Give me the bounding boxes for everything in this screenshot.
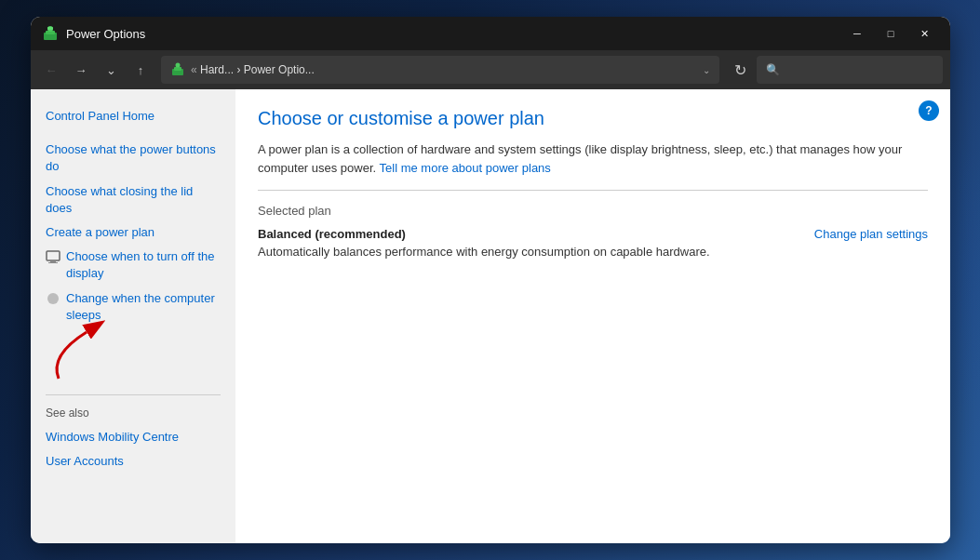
svg-rect-7 — [47, 251, 60, 260]
address-chevron-icon: ⌄ — [703, 65, 710, 75]
arrow-annotation — [40, 318, 124, 383]
page-title: Choose or customise a power plan — [258, 108, 928, 129]
svg-rect-8 — [50, 260, 56, 262]
close-button[interactable]: ✕ — [909, 22, 939, 45]
app-icon — [42, 25, 59, 42]
change-plan-settings-link[interactable]: Change plan settings — [814, 227, 928, 241]
address-path: « Hard... › Power Optio... — [191, 63, 697, 76]
refresh-button[interactable]: ↻ — [727, 57, 753, 83]
sidebar-item-user-accounts[interactable]: User Accounts — [31, 449, 235, 473]
main-panel: ? Choose or customise a power plan A pow… — [235, 89, 950, 543]
search-icon: 🔍 — [766, 63, 780, 76]
sidebar-item-turn-off-display[interactable]: Choose when to turn off the display — [31, 245, 235, 286]
search-box[interactable]: 🔍 — [757, 56, 943, 84]
svg-rect-9 — [48, 262, 58, 263]
plan-row: Balanced (recommended) Automatically bal… — [258, 227, 928, 259]
sidebar-item-closing-lid[interactable]: Choose what closing the lid does — [31, 180, 235, 220]
back-button[interactable]: ← — [38, 57, 64, 83]
window-controls: ─ □ ✕ — [842, 22, 939, 45]
address-icon — [170, 62, 185, 77]
sidebar-item-power-buttons[interactable]: Choose what the power buttons do — [31, 138, 235, 179]
sidebar-divider — [46, 394, 221, 395]
sidebar-item-create-plan[interactable]: Create a power plan — [31, 220, 235, 245]
forward-button[interactable]: → — [68, 57, 94, 83]
titlebar: Power Options ─ □ ✕ — [31, 17, 950, 50]
plan-info: Balanced (recommended) Automatically bal… — [258, 227, 710, 259]
svg-rect-3 — [47, 27, 53, 30]
selected-plan-label: Selected plan — [258, 204, 928, 218]
content-area: Control Panel Home Choose what the power… — [31, 89, 950, 543]
svg-point-6 — [176, 63, 181, 68]
maximize-button[interactable]: □ — [876, 22, 906, 45]
address-bar-box[interactable]: « Hard... › Power Optio... ⌄ — [161, 56, 719, 84]
main-divider — [258, 190, 928, 191]
help-button[interactable]: ? — [919, 100, 939, 121]
svg-point-10 — [47, 293, 59, 304]
window-title: Power Options — [66, 27, 842, 41]
plan-description: Automatically balances performance with … — [258, 245, 710, 259]
main-description: A power plan is a collection of hardware… — [258, 140, 928, 177]
learn-more-link[interactable]: Tell me more about power plans — [380, 161, 551, 175]
display-icon — [46, 249, 60, 264]
sleep-icon — [46, 291, 60, 306]
sidebar-item-mobility-centre[interactable]: Windows Mobility Centre — [31, 425, 235, 449]
svg-rect-5 — [174, 67, 181, 71]
sidebar: Control Panel Home Choose what the power… — [31, 89, 235, 543]
see-also-label: See also — [31, 407, 235, 425]
plan-name: Balanced (recommended) — [258, 227, 710, 241]
sidebar-item-home[interactable]: Control Panel Home — [31, 104, 235, 128]
minimize-button[interactable]: ─ — [842, 22, 872, 45]
recent-locations-button[interactable]: ⌄ — [98, 57, 124, 83]
up-button[interactable]: ↑ — [128, 57, 154, 83]
addressbar: ← → ⌄ ↑ « Hard... › Power Optio... ⌄ ↻ 🔍 — [31, 50, 950, 89]
main-window: Power Options ─ □ ✕ ← → ⌄ ↑ « Hard... › … — [31, 17, 950, 543]
